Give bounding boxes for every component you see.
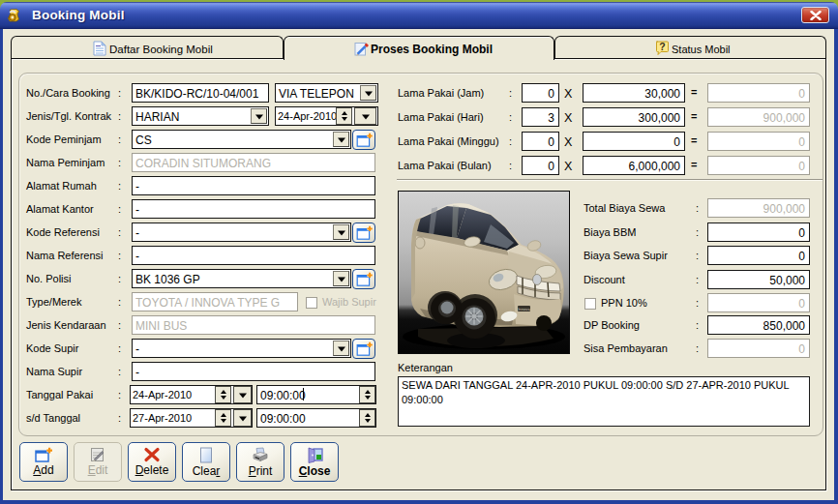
svg-text:?: ?: [659, 41, 665, 52]
svg-text:Innova: Innova: [518, 307, 530, 311]
